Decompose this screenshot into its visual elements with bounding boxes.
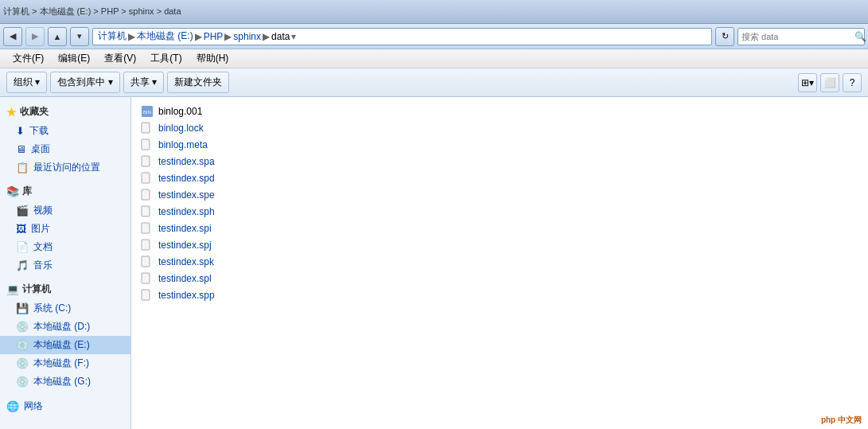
toolbar: 组织 ▾ 包含到库中 ▾ 共享 ▾ 新建文件夹 ⊞▾ ⬜ ? — [0, 68, 868, 97]
file-name: testindex.spa — [158, 156, 215, 167]
file-name: testindex.spj — [158, 240, 212, 251]
file-icon — [141, 138, 154, 151]
refresh-button[interactable]: ↻ — [715, 27, 734, 46]
file-icon — [141, 122, 154, 135]
menu-edit[interactable]: 编辑(E) — [52, 50, 96, 67]
breadcrumb: 计算机 ▶ 本地磁盘 (E:) ▶ PHP ▶ sphinx ▶ data ▾ — [92, 28, 712, 45]
new-folder-button[interactable]: 新建文件夹 — [167, 72, 229, 93]
file-icon — [141, 239, 154, 252]
favorites-section: ★ 收藏夹 ⬇ 下载 🖥 桌面 📋 最近访问的位置 — [0, 103, 130, 177]
file-name: binlog.meta — [158, 139, 208, 150]
sidebar-item-recent[interactable]: 📋 最近访问的位置 — [0, 158, 130, 177]
library-header: 📚 库 — [0, 183, 130, 200]
documents-icon: 📄 — [16, 241, 29, 253]
share-button[interactable]: 共享 ▾ — [123, 72, 164, 93]
sidebar-item-d[interactable]: 💿 本地磁盘 (D:) — [0, 318, 130, 336]
up-button[interactable]: ▲ — [48, 27, 67, 46]
network-section: 🌐 网络 — [0, 397, 130, 415]
drive-g-icon: 💿 — [16, 376, 29, 388]
file-item[interactable]: testindex.spp — [138, 287, 862, 303]
sidebar-item-documents-label: 文档 — [33, 240, 53, 254]
file-item[interactable]: testindex.spi — [138, 220, 862, 236]
sidebar-item-g[interactable]: 💿 本地磁盘 (G:) — [0, 372, 130, 391]
title-bar: 计算机 > 本地磁盘 (E:) > PHP > sphinx > data — [0, 0, 868, 24]
dropdown-button[interactable]: ▾ — [70, 27, 89, 46]
breadcrumb-e[interactable]: 本地磁盘 (E:) — [137, 29, 193, 43]
file-item[interactable]: testindex.sph — [138, 204, 862, 220]
sidebar-item-video[interactable]: 🎬 视频 — [0, 201, 130, 220]
view-icons-button[interactable]: ⊞▾ — [798, 73, 817, 92]
file-name: testindex.spp — [158, 290, 215, 301]
sidebar-item-desktop-label: 桌面 — [31, 142, 50, 156]
recent-icon: 📋 — [16, 162, 29, 174]
breadcrumb-data[interactable]: data — [271, 31, 290, 42]
menu-file[interactable]: 文件(F) — [6, 50, 50, 67]
network-label: 网络 — [24, 400, 43, 413]
file-item[interactable]: testindex.spk — [138, 254, 862, 270]
drive-f-icon: 💿 — [16, 357, 29, 369]
main-layout: ★ 收藏夹 ⬇ 下载 🖥 桌面 📋 最近访问的位置 📚 库 � — [0, 97, 868, 429]
computer-label: 计算机 — [22, 283, 51, 296]
file-item[interactable]: testindex.spl — [138, 271, 862, 287]
file-icon — [141, 172, 154, 185]
file-name: testindex.spl — [158, 273, 212, 284]
back-button[interactable]: ◀ — [3, 27, 22, 46]
favorites-label: 收藏夹 — [20, 105, 49, 119]
file-item[interactable]: BINbinlog.001 — [138, 103, 862, 119]
video-icon: 🎬 — [16, 205, 29, 216]
sidebar-item-f[interactable]: 💿 本地磁盘 (F:) — [0, 354, 130, 372]
file-icon — [141, 205, 154, 218]
help-button[interactable]: ? — [843, 73, 862, 92]
sidebar-item-pictures[interactable]: 🖼 图片 — [0, 220, 130, 238]
search-input[interactable] — [738, 32, 854, 41]
sidebar-item-music-label: 音乐 — [33, 259, 53, 272]
file-item[interactable]: testindex.spj — [138, 237, 862, 253]
menu-tools[interactable]: 工具(T) — [144, 50, 188, 67]
sidebar-item-c[interactable]: 💾 系统 (C:) — [0, 299, 130, 318]
file-icon — [141, 189, 154, 201]
computer-header: 💻 计算机 — [0, 281, 130, 298]
computer-section: 💻 计算机 💾 系统 (C:) 💿 本地磁盘 (D:) 💿 本地磁盘 (E:) … — [0, 281, 130, 391]
file-name: binlog.lock — [158, 123, 204, 134]
sidebar-item-download[interactable]: ⬇ 下载 — [0, 122, 130, 140]
file-name: binlog.001 — [158, 106, 202, 117]
organize-button[interactable]: 组织 ▾ — [6, 72, 47, 93]
breadcrumb-computer[interactable]: 计算机 — [98, 29, 127, 43]
sidebar-item-desktop[interactable]: 🖥 桌面 — [0, 140, 130, 158]
include-library-button[interactable]: 包含到库中 ▾ — [50, 72, 119, 93]
organize-label: 组织 ▾ — [14, 76, 40, 89]
sidebar-item-documents[interactable]: 📄 文档 — [0, 238, 130, 256]
sidebar-item-g-label: 本地磁盘 (G:) — [33, 375, 91, 388]
menu-bar: 文件(F) 编辑(E) 查看(V) 工具(T) 帮助(H) — [0, 49, 868, 68]
breadcrumb-sphinx[interactable]: sphinx — [233, 31, 261, 42]
drive-d-icon: 💿 — [16, 321, 29, 333]
drive-e-icon: 💿 — [16, 339, 29, 351]
sidebar: ★ 收藏夹 ⬇ 下载 🖥 桌面 📋 最近访问的位置 📚 库 � — [0, 97, 131, 429]
menu-view[interactable]: 查看(V) — [98, 50, 142, 67]
sidebar-item-f-label: 本地磁盘 (F:) — [33, 357, 89, 370]
forward-button[interactable]: ▶ — [25, 27, 45, 46]
file-item[interactable]: testindex.spd — [138, 170, 862, 186]
music-icon: 🎵 — [16, 259, 29, 271]
file-icon — [141, 155, 154, 168]
file-icon: BIN — [141, 105, 154, 118]
search-button[interactable]: 🔍 — [854, 29, 866, 45]
sidebar-item-music[interactable]: 🎵 音乐 — [0, 256, 130, 275]
breadcrumb-php[interactable]: PHP — [204, 31, 224, 42]
file-item[interactable]: binlog.meta — [138, 137, 862, 153]
star-icon: ★ — [6, 106, 17, 119]
file-item[interactable]: testindex.spe — [138, 187, 862, 203]
library-icon: 📚 — [6, 185, 19, 197]
sidebar-item-d-label: 本地磁盘 (D:) — [33, 320, 90, 333]
file-item[interactable]: testindex.spa — [138, 154, 862, 170]
file-name: testindex.spi — [158, 223, 212, 234]
view-pane-button[interactable]: ⬜ — [820, 73, 839, 92]
sidebar-item-network[interactable]: 🌐 网络 — [0, 397, 130, 415]
sidebar-item-recent-label: 最近访问的位置 — [33, 161, 100, 174]
svg-text:BIN: BIN — [143, 110, 151, 115]
file-item[interactable]: binlog.lock — [138, 120, 862, 136]
search-bar: 🔍 — [738, 28, 865, 45]
file-icon — [141, 289, 154, 302]
sidebar-item-e[interactable]: 💿 本地磁盘 (E:) — [0, 336, 130, 354]
menu-help[interactable]: 帮助(H) — [190, 50, 235, 67]
